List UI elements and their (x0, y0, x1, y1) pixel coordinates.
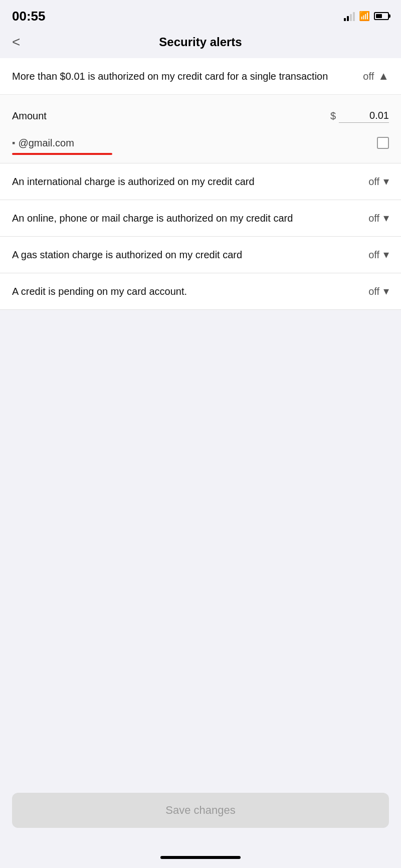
alert-status-online: off (368, 213, 379, 224)
alert-status-international: off (368, 176, 379, 188)
chevron-down-icon-international: ▾ (383, 175, 389, 188)
red-underline-annotation (12, 153, 112, 155)
alert-status-single-transaction: off (363, 71, 374, 82)
alert-label-gas: A gas station charge is authorized on my… (12, 248, 368, 262)
alert-toggle-credit[interactable]: A credit is pending on my card account. … (0, 273, 401, 309)
wifi-icon: 📶 (359, 11, 370, 22)
alert-toggle-international[interactable]: An international charge is authorized on… (0, 163, 401, 200)
alert-item-international: An international charge is authorized on… (0, 163, 401, 200)
amount-input[interactable] (339, 109, 389, 123)
chevron-down-icon-online: ▾ (383, 212, 389, 225)
back-button[interactable]: < (12, 34, 20, 50)
alert-status-gas: off (368, 249, 379, 261)
battery-icon (374, 12, 389, 20)
email-address: @gmail.com (18, 137, 74, 149)
alert-control-gas: off ▾ (368, 248, 389, 261)
save-button-wrap: Save changes (12, 793, 389, 828)
alert-item-single-transaction: More than $0.01 is authorized on my cred… (0, 58, 401, 163)
amount-label: Amount (12, 110, 47, 122)
chevron-down-icon-gas: ▾ (383, 248, 389, 261)
alert-toggle-single-transaction[interactable]: More than $0.01 is authorized on my cred… (0, 58, 401, 94)
alert-label-credit: A credit is pending on my card account. (12, 284, 368, 298)
alert-expanded-single-transaction: Amount $ ▪ @gmail.com (0, 94, 401, 163)
home-indicator (160, 856, 241, 859)
alert-control-credit: off ▾ (368, 285, 389, 298)
alert-label-international: An international charge is authorized on… (12, 175, 368, 189)
amount-input-wrap: $ (330, 109, 389, 123)
alert-toggle-gas[interactable]: A gas station charge is authorized on my… (0, 237, 401, 273)
alerts-list: More than $0.01 is authorized on my cred… (0, 58, 401, 310)
email-checkbox[interactable] (377, 137, 389, 149)
alert-status-credit: off (368, 286, 379, 297)
alert-item-credit: A credit is pending on my card account. … (0, 273, 401, 310)
signal-icon (344, 11, 355, 21)
alert-label-online: An online, phone or mail charge is autho… (12, 211, 368, 225)
chevron-up-icon: ▲ (378, 70, 389, 83)
email-icon: ▪ (12, 138, 15, 148)
alert-control-online: off ▾ (368, 212, 389, 225)
page-title: Security alerts (159, 35, 242, 49)
amount-dollar-sign: $ (330, 110, 336, 122)
alert-label-single-transaction: More than $0.01 is authorized on my cred… (12, 69, 363, 83)
alert-item-gas: A gas station charge is authorized on my… (0, 237, 401, 273)
alert-toggle-online[interactable]: An online, phone or mail charge is autho… (0, 200, 401, 236)
email-display: ▪ @gmail.com (12, 137, 74, 149)
chevron-down-icon-credit: ▾ (383, 285, 389, 298)
header: < Security alerts (0, 30, 401, 58)
alert-control-single-transaction: off ▲ (363, 70, 389, 83)
alert-item-online: An online, phone or mail charge is autho… (0, 200, 401, 237)
status-time: 00:55 (12, 9, 46, 24)
status-icons: 📶 (344, 11, 389, 22)
email-row: ▪ @gmail.com (12, 132, 389, 154)
amount-row: Amount $ (12, 104, 389, 132)
status-bar: 00:55 📶 (0, 0, 401, 30)
save-button[interactable]: Save changes (12, 793, 389, 828)
alert-control-international: off ▾ (368, 175, 389, 188)
